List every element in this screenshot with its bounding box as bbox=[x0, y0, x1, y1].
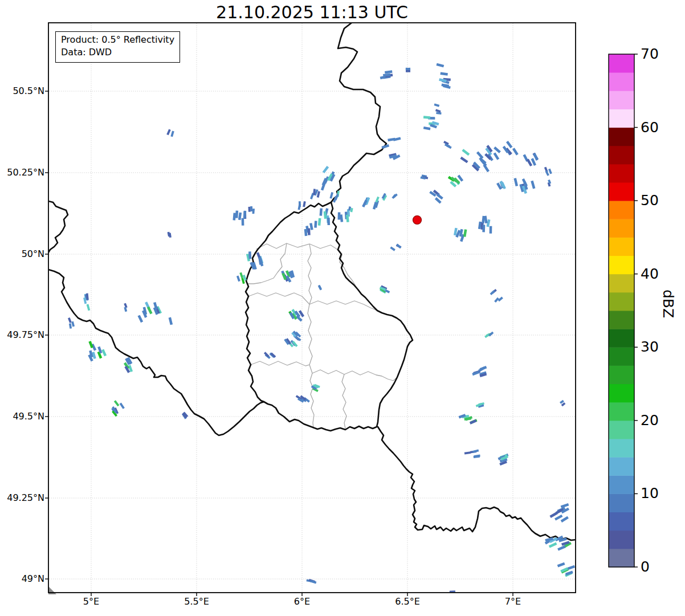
product-label: Product: 0.5° Reflectivity bbox=[61, 34, 174, 46]
colorbar-band bbox=[609, 475, 634, 494]
echo-cluster bbox=[125, 303, 127, 311]
y-axis-tick-label: 50°N bbox=[0, 248, 44, 260]
echo-cluster bbox=[472, 367, 486, 376]
echo-cluster bbox=[421, 176, 428, 178]
echo-cluster bbox=[69, 318, 74, 329]
echo-cluster bbox=[558, 564, 575, 576]
echo-cluster bbox=[84, 293, 89, 311]
echo-cluster bbox=[485, 332, 493, 337]
echo-cluster bbox=[183, 413, 187, 419]
colorbar-band bbox=[609, 72, 634, 91]
colorbar-tick-label: 50 bbox=[641, 192, 659, 209]
echo-cluster bbox=[363, 198, 378, 210]
colorbar-tick-label: 30 bbox=[641, 338, 659, 356]
echo-cluster bbox=[430, 191, 442, 203]
colorbar-band bbox=[609, 91, 634, 109]
echo-cluster bbox=[139, 302, 172, 324]
y-axis-tick-label: 49.5°N bbox=[0, 411, 44, 422]
colorbar-band bbox=[609, 365, 634, 384]
colorbar-band bbox=[609, 201, 634, 219]
x-axis-tick-label: 5°E bbox=[68, 596, 114, 607]
echo-cluster bbox=[307, 580, 316, 583]
echo-cluster bbox=[305, 221, 316, 236]
echo-cluster bbox=[560, 401, 565, 406]
colorbar-tick-label: 10 bbox=[641, 485, 659, 502]
colorbar-tick-label: 60 bbox=[641, 119, 659, 136]
colorbar-band bbox=[609, 457, 634, 476]
echo-cluster bbox=[264, 353, 275, 358]
colorbar-band bbox=[609, 329, 634, 348]
colorbar-tick-label: 20 bbox=[641, 412, 659, 429]
echo-cluster bbox=[486, 146, 500, 161]
echo-cluster bbox=[406, 69, 410, 71]
echo-cluster bbox=[312, 385, 320, 391]
colorbar-axis-label: dBZ bbox=[659, 287, 676, 321]
colorbar-band bbox=[609, 493, 634, 512]
echo-cluster bbox=[168, 232, 170, 238]
plot-frame bbox=[48, 23, 576, 593]
colorbar-band bbox=[609, 54, 634, 73]
echo-cluster bbox=[238, 272, 246, 283]
echo-cluster bbox=[437, 64, 451, 88]
echo-cluster bbox=[504, 141, 517, 154]
echo-cluster bbox=[319, 285, 321, 290]
colorbar-band bbox=[609, 439, 634, 458]
echo-cluster bbox=[311, 189, 319, 199]
colorbar-band bbox=[609, 237, 634, 256]
echo-cluster bbox=[423, 117, 439, 129]
colorbar-band bbox=[609, 128, 634, 146]
echo-cluster bbox=[89, 341, 105, 361]
y-axis-tick-label: 49.75°N bbox=[0, 329, 44, 341]
echo-cluster bbox=[376, 194, 386, 202]
echo-cluster bbox=[498, 181, 505, 189]
map-corner-artifact bbox=[48, 586, 56, 594]
map-canvas bbox=[0, 0, 685, 616]
echo-cluster bbox=[322, 166, 334, 190]
colorbar-band bbox=[609, 164, 634, 183]
colorbar-band bbox=[609, 402, 634, 421]
y-axis-tick-label: 49.25°N bbox=[0, 492, 44, 504]
country-borders bbox=[48, 23, 577, 540]
x-axis-tick-label: 6°E bbox=[279, 596, 325, 607]
echo-cluster bbox=[296, 396, 309, 402]
echo-cluster bbox=[524, 153, 538, 166]
colorbar-band bbox=[609, 531, 634, 549]
gridlines bbox=[49, 23, 575, 592]
colorbar-band bbox=[609, 146, 634, 165]
echo-cluster bbox=[444, 142, 451, 148]
echo-cluster bbox=[545, 167, 551, 176]
echo-cluster bbox=[112, 401, 124, 416]
echo-cluster bbox=[319, 209, 329, 226]
echo-cluster bbox=[168, 129, 173, 136]
colorbar-band bbox=[609, 347, 634, 366]
regional-borders bbox=[248, 243, 397, 429]
echo-cluster bbox=[461, 148, 491, 172]
echo-cluster bbox=[476, 403, 484, 407]
echo-cluster bbox=[549, 180, 551, 186]
echo-cluster bbox=[234, 211, 245, 226]
x-axis-tick-label: 7°E bbox=[490, 596, 536, 607]
echo-cluster bbox=[448, 176, 462, 186]
echo-cluster bbox=[393, 194, 397, 198]
colorbar bbox=[609, 54, 638, 568]
radar-figure: 21.10.2025 11:13 UTC Product: 0.5° Refle… bbox=[0, 0, 685, 616]
echo-cluster bbox=[285, 338, 297, 346]
echo-cluster bbox=[515, 178, 535, 194]
colorbar-band bbox=[609, 292, 634, 311]
colorbar-band bbox=[609, 219, 634, 238]
echo-cluster bbox=[249, 206, 254, 214]
colorbar-band bbox=[609, 549, 634, 568]
echo-cluster bbox=[282, 271, 293, 282]
echo-cluster bbox=[491, 290, 503, 302]
radar-echoes bbox=[69, 64, 575, 594]
colorbar-band bbox=[609, 109, 634, 128]
x-axis-tick-label: 5.5°E bbox=[174, 596, 219, 607]
echo-cluster bbox=[292, 332, 301, 341]
echo-cluster bbox=[464, 450, 480, 457]
echo-cluster bbox=[390, 244, 401, 250]
colorbar-band bbox=[609, 311, 634, 329]
colorbar-band bbox=[609, 256, 634, 275]
echo-cluster bbox=[498, 455, 508, 464]
y-axis-tick-label: 49°N bbox=[0, 573, 44, 585]
colorbar-band bbox=[609, 182, 634, 201]
